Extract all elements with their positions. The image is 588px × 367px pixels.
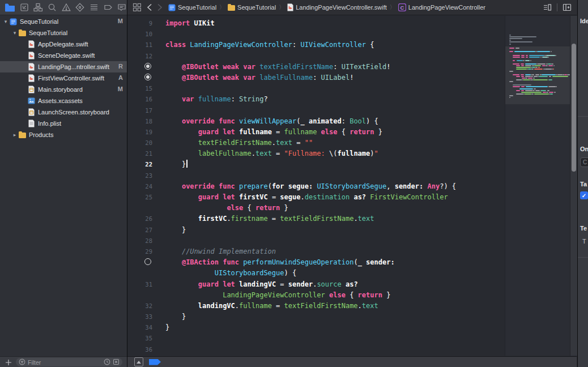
line-number-gutter[interactable]: 23 [127, 170, 157, 181]
tab-overview-icon[interactable] [132, 2, 142, 12]
tree-item-info-plist[interactable]: Info.plist [0, 118, 127, 129]
tree-item-firstviewcontroller-swift[interactable]: FirstViewController.swiftA [0, 72, 127, 84]
code-line[interactable]: 19 guard let fullname = fullname else { … [127, 127, 456, 138]
code-line[interactable]: 33 } [127, 311, 456, 322]
tree-item-scenedelegate-swift[interactable]: SceneDelegate.swift [0, 50, 127, 61]
line-number-gutter[interactable]: 10 [127, 29, 157, 40]
breadcrumb-item[interactable]: SequeTutorial [168, 4, 216, 11]
line-number-gutter[interactable]: 20 [127, 138, 157, 148]
line-number-gutter[interactable]: 24 [127, 181, 157, 192]
code-line[interactable]: 18 override func viewWillAppear(_ animat… [127, 116, 456, 127]
line-number-gutter[interactable]: 25 [127, 192, 157, 203]
line-number-gutter[interactable]: 12 [127, 51, 157, 62]
code-line[interactable]: 34} [127, 322, 456, 333]
line-number-gutter[interactable]: 9 [127, 18, 157, 29]
editor-options-icon[interactable] [542, 2, 552, 12]
code-line[interactable]: 23 [127, 170, 456, 181]
breadcrumb-item[interactable]: LandingPageViewController.swift [287, 3, 387, 11]
code-line[interactable]: 10 [127, 29, 456, 40]
code-line[interactable]: 31 guard let landingVC = sender.source a… [127, 279, 456, 290]
line-number-gutter[interactable]: 32 [127, 301, 157, 311]
line-number-gutter[interactable]: 11 [127, 40, 157, 50]
tree-item-assets-xcassets[interactable]: Assets.xcassets [0, 95, 127, 106]
code-line[interactable]: 26 firstVC.firstname = textFieldFirstNam… [127, 214, 456, 224]
code-line[interactable]: 16 var fullname: String? [127, 94, 456, 105]
code-line[interactable]: 20 textFieldFirstName.text = "" [127, 138, 456, 148]
scrollbar-track[interactable] [570, 16, 577, 356]
source-editor[interactable]: 9import UIKit1011class LandingPageViewCo… [127, 16, 577, 356]
back-button[interactable] [144, 2, 155, 12]
breakpoint-navigator-icon[interactable] [103, 2, 113, 12]
add-item-button[interactable] [3, 357, 14, 367]
tree-item-products[interactable]: ▸Products [0, 129, 127, 140]
line-number-gutter[interactable]: 34 [127, 322, 157, 333]
disclosure-triangle[interactable]: ▾ [11, 30, 18, 36]
line-number-gutter[interactable]: 26 [127, 214, 157, 224]
code-line[interactable]: 28 [127, 236, 456, 246]
line-number-gutter[interactable]: 36 [127, 344, 157, 355]
tree-item-appdelegate-swift[interactable]: AppDelegate.swift [0, 39, 127, 50]
line-number-gutter[interactable]: 22 [127, 159, 157, 170]
code-line[interactable]: 24 override func prepare(for segue: UISt… [127, 181, 456, 192]
line-number-gutter[interactable]: 21 [127, 148, 157, 159]
line-number-gutter[interactable]: 33 [127, 311, 157, 322]
code-line[interactable]: 12 [127, 51, 456, 62]
code-line[interactable]: 15 [127, 83, 456, 94]
code-line[interactable]: 29 //Unwind Implementation [127, 246, 456, 257]
minimap[interactable] [505, 16, 570, 356]
add-editor-icon[interactable] [562, 2, 572, 12]
source-control-icon[interactable] [19, 2, 29, 12]
project-navigator-icon[interactable] [5, 2, 15, 12]
tree-item-launchscreen-storyboard[interactable]: LaunchScreen.storyboard [0, 106, 127, 118]
code-line[interactable]: 17 [127, 105, 456, 116]
line-number-gutter[interactable]: 16 [127, 94, 157, 105]
recent-files-icon[interactable] [104, 359, 110, 366]
tree-item-sequetutorial[interactable]: ▾SequeTutorialM [0, 16, 127, 27]
filter-field[interactable]: Filter [16, 358, 122, 366]
code-line[interactable]: 25 guard let firstVC = segue.destination… [127, 192, 456, 203]
line-number-gutter[interactable]: 27 [127, 225, 157, 236]
ib-connection-open-icon[interactable] [144, 258, 151, 265]
issue-navigator-icon[interactable] [61, 2, 71, 12]
code-line[interactable]: UIStoryboardSegue) { [127, 268, 456, 279]
code-line[interactable]: 32 landingVC.fullname = textFieldFirstNa… [127, 301, 456, 311]
line-number-gutter[interactable] [127, 62, 157, 72]
line-number-gutter[interactable] [127, 257, 157, 268]
code-line[interactable]: 22 } [127, 159, 456, 170]
code-line[interactable]: @IBAction func performUnwindSegueOperati… [127, 257, 456, 268]
line-number-gutter[interactable]: 19 [127, 127, 157, 138]
line-number-gutter[interactable]: 15 [127, 83, 157, 94]
line-number-gutter[interactable]: 29 [127, 246, 157, 257]
ib-connection-filled-icon[interactable] [144, 63, 151, 70]
inspector-text-field[interactable]: C [580, 157, 588, 167]
code-line[interactable]: 36 [127, 344, 456, 355]
breadcrumb-item[interactable]: SequeTutorial [228, 4, 276, 11]
line-number-gutter[interactable] [127, 72, 157, 83]
clear-filter-icon[interactable] [113, 359, 120, 366]
line-number-gutter[interactable]: 35 [127, 333, 157, 344]
report-navigator-icon[interactable] [117, 2, 127, 12]
code-line[interactable]: else { return } [127, 203, 456, 214]
find-navigator-icon[interactable] [47, 2, 57, 12]
disclosure-triangle[interactable]: ▸ [11, 132, 18, 138]
code-line[interactable]: @IBOutlet weak var textFieldFirstName: U… [127, 62, 456, 72]
forward-button[interactable] [155, 2, 165, 12]
breadcrumb-item[interactable]: CLandingPageViewController [398, 3, 485, 11]
line-number-gutter[interactable]: 17 [127, 105, 157, 116]
code-line[interactable]: 35 [127, 333, 456, 344]
symbol-navigator-icon[interactable] [33, 2, 43, 12]
test-navigator-icon[interactable] [75, 2, 85, 12]
disclosure-triangle[interactable]: ▾ [2, 19, 9, 24]
scrollbar-thumb[interactable] [572, 44, 576, 172]
line-number-gutter[interactable]: 28 [127, 236, 157, 246]
tree-item-landingpag-ntroller-swift[interactable]: LandingPag...ntroller.swiftR [0, 61, 127, 72]
code-line[interactable]: 21 labelFullname.text = "Fullname: \(ful… [127, 148, 456, 159]
tree-item-main-storyboard[interactable]: Main.storyboardM [0, 84, 127, 95]
debug-navigator-icon[interactable] [89, 2, 99, 12]
line-number-gutter[interactable]: 18 [127, 116, 157, 127]
target-membership-checkbox[interactable]: ✓ [580, 191, 588, 199]
breakpoints-toggle-icon[interactable] [134, 357, 143, 366]
code-line[interactable]: 11class LandingPageViewController: UIVie… [127, 40, 456, 50]
code-line[interactable]: 9import UIKit [127, 18, 456, 29]
code-line[interactable]: @IBOutlet weak var labelFullname: UILabe… [127, 72, 456, 83]
